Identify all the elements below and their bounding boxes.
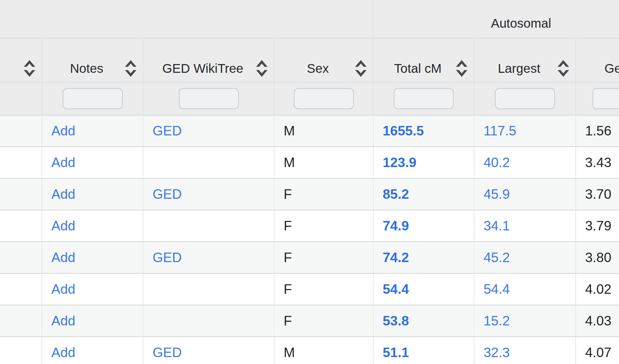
add-note-link[interactable]: Add [51, 345, 75, 360]
gen-value: 4.02 [585, 282, 611, 297]
ged-link[interactable]: GED [153, 250, 182, 265]
sex-value: M [284, 345, 295, 360]
total-cm-link[interactable]: 53.8 [383, 313, 409, 329]
largest-segment-link[interactable]: 45.9 [484, 187, 510, 202]
gen-value: 3.70 [585, 187, 611, 202]
sex-value: M [284, 155, 295, 170]
autosomal-label: Autosomal [491, 16, 551, 31]
group-header-band: Autosomal [0, 0, 619, 37]
sort-icon[interactable] [23, 60, 36, 77]
dna-matches-table-screen: Autosomal Notes GED WikiTree Sex Total c… [0, 0, 619, 364]
filter-input-sex[interactable] [294, 88, 354, 109]
gen-value: 3.80 [585, 250, 611, 265]
sex-value: F [284, 250, 292, 265]
cell-partial [0, 274, 42, 305]
add-note-link[interactable]: Add [51, 282, 75, 297]
ged-link[interactable]: GED [153, 123, 182, 139]
header-largest[interactable]: Largest [474, 39, 575, 82]
largest-segment-link[interactable]: 117.5 [484, 123, 516, 139]
sort-icon[interactable] [355, 60, 367, 77]
table-header-row: Notes GED WikiTree Sex Total cM Largest … [0, 37, 619, 82]
sex-value: F [284, 282, 292, 297]
total-cm-link[interactable]: 123.9 [383, 155, 417, 170]
add-note-link[interactable]: Add [51, 218, 75, 234]
table-row: Add GED M 51.1 32.3 4.07 [0, 336, 619, 364]
table-row: Add F 74.9 34.1 3.79 [0, 210, 619, 241]
sort-icon[interactable] [456, 60, 468, 77]
filter-cell-partial [0, 83, 42, 115]
sex-value: F [284, 218, 292, 234]
add-note-link[interactable]: Add [51, 123, 75, 139]
filter-input-ged-wikitree[interactable] [179, 88, 239, 109]
ged-link[interactable]: GED [153, 187, 182, 202]
gen-value: 3.79 [585, 218, 611, 234]
filter-row [0, 82, 619, 115]
table-row: Add GED F 74.2 45.2 3.80 [0, 241, 619, 273]
table-row: Add GED F 85.2 45.9 3.70 [0, 178, 619, 210]
add-note-link[interactable]: Add [51, 187, 75, 202]
sort-icon[interactable] [125, 60, 137, 77]
table-row: Add F 53.8 15.2 4.03 [0, 305, 619, 336]
cell-partial [0, 179, 42, 210]
filter-input-notes[interactable] [63, 88, 123, 109]
sex-value: M [284, 123, 295, 139]
table-row: Add M 123.9 40.2 3.43 [0, 146, 619, 178]
add-note-link[interactable]: Add [51, 155, 75, 170]
group-header-autosomal: Autosomal [373, 0, 619, 37]
filter-input-total-cm[interactable] [394, 88, 454, 109]
sort-icon[interactable] [557, 60, 569, 77]
largest-segment-link[interactable]: 45.2 [484, 250, 510, 265]
total-cm-link[interactable]: 85.2 [383, 187, 409, 202]
gen-value: 4.07 [585, 345, 611, 360]
header-total-cm[interactable]: Total cM [373, 39, 474, 82]
largest-segment-link[interactable]: 34.1 [484, 218, 510, 234]
total-cm-link[interactable]: 74.2 [383, 250, 409, 265]
sort-icon[interactable] [256, 60, 268, 77]
cell-partial [0, 305, 42, 336]
total-cm-link[interactable]: 74.9 [383, 218, 409, 234]
cell-partial [0, 116, 42, 146]
ged-link[interactable]: GED [153, 345, 182, 360]
total-cm-link[interactable]: 54.4 [383, 282, 409, 297]
largest-segment-link[interactable]: 15.2 [484, 313, 510, 329]
table-row: Add F 54.4 54.4 4.02 [0, 273, 619, 305]
cell-partial [0, 147, 42, 178]
header-gen[interactable]: Gen [575, 39, 619, 82]
gen-value: 1.56 [585, 123, 611, 139]
sex-value: F [284, 187, 292, 202]
cell-partial [0, 210, 42, 241]
add-note-link[interactable]: Add [51, 250, 75, 265]
header-col-partial[interactable] [0, 39, 42, 82]
group-header-empty [0, 0, 373, 37]
total-cm-link[interactable]: 51.1 [383, 345, 409, 360]
largest-segment-link[interactable]: 54.4 [484, 282, 510, 297]
header-notes[interactable]: Notes [42, 39, 143, 82]
filter-input-largest[interactable] [495, 88, 555, 109]
cell-partial [0, 242, 42, 273]
total-cm-link[interactable]: 1655.5 [383, 123, 424, 139]
header-sex[interactable]: Sex [274, 39, 373, 82]
cell-partial [0, 337, 42, 364]
matches-table: Autosomal Notes GED WikiTree Sex Total c… [0, 0, 619, 364]
largest-segment-link[interactable]: 40.2 [484, 155, 510, 170]
add-note-link[interactable]: Add [51, 313, 75, 329]
sex-value: F [284, 313, 292, 329]
gen-value: 3.43 [585, 155, 611, 170]
filter-input-gen[interactable] [592, 88, 619, 109]
gen-value: 4.03 [585, 313, 611, 329]
largest-segment-link[interactable]: 32.3 [484, 345, 510, 360]
table-row: Add GED M 1655.5 117.5 1.56 [0, 115, 619, 146]
header-ged-wikitree[interactable]: GED WikiTree [143, 39, 274, 82]
